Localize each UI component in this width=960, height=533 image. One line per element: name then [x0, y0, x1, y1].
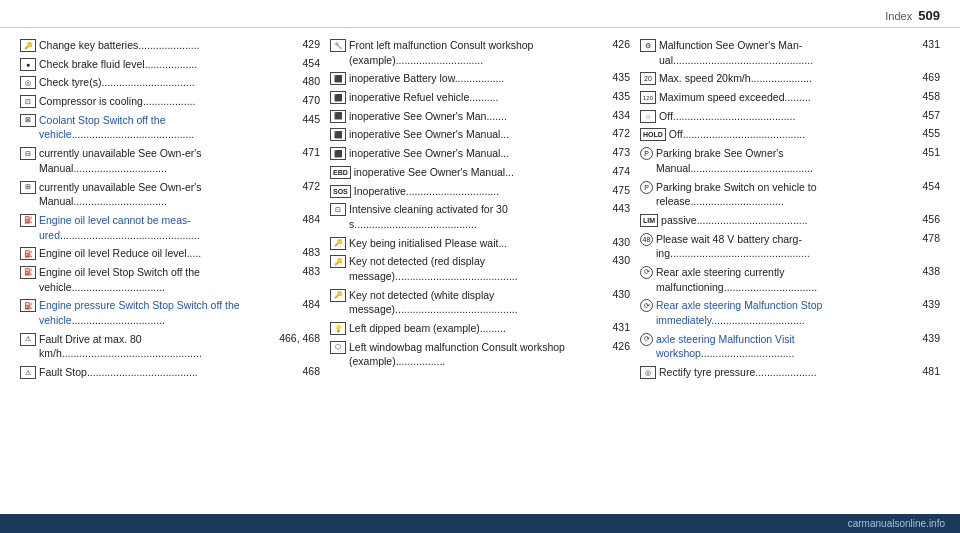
entry-text: Key not detected (red display message)..… — [349, 254, 597, 283]
page-ref: 451 — [910, 146, 940, 158]
list-item: ⟳ axle steering Malfunction Visit worksh… — [640, 332, 940, 361]
entry-text: inoperative Refuel vehicle.......... — [349, 90, 597, 105]
entry-text: Rectify tyre pressure...................… — [659, 365, 907, 380]
left-dipped-icon: 💡 — [330, 322, 346, 335]
entry-text: Engine pressure Switch Stop Switch off t… — [39, 298, 287, 327]
entry-text: inoperative See Owner's Manual... — [349, 146, 597, 161]
entry-text: currently unavailable See Own-er's Manua… — [39, 146, 287, 175]
list-item: ⚠ Fault Drive at max. 80 km/h...........… — [20, 332, 320, 361]
ebd-icon: EBD — [330, 166, 351, 179]
inop-owner3-icon: ⬛ — [330, 147, 346, 160]
entry-text: inoperative Battery low................. — [349, 71, 597, 86]
entry-text: Engine oil level Stop Switch off the veh… — [39, 265, 287, 294]
column-1: 🔑 Change key batteries..................… — [20, 38, 320, 382]
entry-text: Parking brake See Owner's Manual........… — [656, 146, 907, 175]
list-item: ⛽ Engine oil level Stop Switch off the v… — [20, 265, 320, 294]
page-ref: 430 — [600, 236, 630, 248]
index-content: 🔑 Change key batteries..................… — [0, 28, 960, 392]
page-ref: 445 — [290, 113, 320, 125]
list-item: P Parking brake Switch on vehicle to rel… — [640, 180, 940, 209]
oil-reduce-icon: ⛽ — [20, 247, 36, 260]
page-ref: 474 — [600, 165, 630, 177]
list-item: ⊡ Intensive cleaning activated for 30 s.… — [330, 202, 630, 231]
entry-text: Left windowbag malfunction Consult works… — [349, 340, 597, 369]
list-item: ⬛ inoperative See Owner's Manual... 473 — [330, 146, 630, 161]
entry-text: Parking brake Switch on vehicle to relea… — [656, 180, 907, 209]
list-item: ⚠ Fault Stop............................… — [20, 365, 320, 380]
entry-text: Engine oil level Reduce oil level..... — [39, 246, 287, 261]
entry-text: passive.................................… — [661, 213, 907, 228]
entry-text: Key being initialised Please wait... — [349, 236, 597, 251]
column-3: ⚙ Malfunction See Owner's Man-ual.......… — [640, 38, 940, 382]
page-ref: 455 — [910, 127, 940, 139]
page-wrapper: Index 509 🔑 Change key batteries........… — [0, 0, 960, 392]
entry-text: Compressor is cooling.................. — [39, 94, 287, 109]
tyre-icon: ◎ — [20, 76, 36, 89]
list-item: 🔑 Key not detected (red display message)… — [330, 254, 630, 283]
list-item: 120 Maximum speed exceeded......... 458 — [640, 90, 940, 105]
fault-stop-icon: ⚠ — [20, 366, 36, 379]
rear-malfunction-workshop-icon: ⟳ — [640, 333, 653, 346]
page-ref: 456 — [910, 213, 940, 225]
list-item: ◎ Check tyre(s).........................… — [20, 75, 320, 90]
page-ref: 466, 468 — [279, 332, 320, 344]
sos-icon: SOS — [330, 185, 351, 198]
list-item: ⬛ inoperative Battery low...............… — [330, 71, 630, 86]
page-ref: 435 — [600, 90, 630, 102]
page-ref: 439 — [910, 332, 940, 344]
entry-text: Front left malfunction Consult workshop … — [349, 38, 597, 67]
malfunction-owner-icon: ⚙ — [640, 39, 656, 52]
list-item: 🔑 Change key batteries..................… — [20, 38, 320, 53]
entry-text: Inoperative.............................… — [354, 184, 597, 199]
list-item: ⊞ currently unavailable See Own-er's Man… — [20, 180, 320, 209]
list-item: ⊠ Coolant Stop Switch off the vehicle...… — [20, 113, 320, 142]
parking-switch-icon: P — [640, 181, 653, 194]
list-item: ⬡ Left windowbag malfunction Consult wor… — [330, 340, 630, 369]
page-ref: 434 — [600, 109, 630, 121]
entry-text: Check brake fluid level.................… — [39, 57, 287, 72]
off1-icon: ○ — [640, 110, 656, 123]
key-red-icon: 🔑 — [330, 255, 346, 268]
inop-battery-icon: ⬛ — [330, 72, 346, 85]
key-white-icon: 🔑 — [330, 289, 346, 302]
list-item: ⬛ inoperative See Owner's Manual... 472 — [330, 127, 630, 142]
key-icon: 🔑 — [20, 39, 36, 52]
page-ref: 472 — [290, 180, 320, 192]
list-item: ⬛ inoperative See Owner's Man....... 434 — [330, 109, 630, 124]
page-header: Index 509 — [0, 0, 960, 28]
list-item: 🔧 Front left malfunction Consult worksho… — [330, 38, 630, 67]
key-init-icon: 🔑 — [330, 237, 346, 250]
entry-text: currently unavailable See Own-er's Manua… — [39, 180, 287, 209]
list-item: ⟳ Rear axle steering Malfunction Stop im… — [640, 298, 940, 327]
entry-text: Fault Stop..............................… — [39, 365, 287, 380]
page-ref: 426 — [600, 340, 630, 352]
header-index-label: Index — [885, 10, 918, 22]
entry-text: inoperative See Owner's Man....... — [349, 109, 597, 124]
coolant-icon: ⊠ — [20, 114, 36, 127]
page-ref: 458 — [910, 90, 940, 102]
list-item: ⊟ currently unavailable See Own-er's Man… — [20, 146, 320, 175]
page-ref: 470 — [290, 94, 320, 106]
intensive-cleaning-icon: ⊡ — [330, 203, 346, 216]
hold-icon: HOLD — [640, 128, 666, 141]
page-ref: 481 — [910, 365, 940, 377]
inop-owner1-icon: ⬛ — [330, 110, 346, 123]
list-item: 🔑 Key not detected (white display messag… — [330, 288, 630, 317]
entry-text: inoperative See Owner's Manual... — [354, 165, 597, 180]
brake-icon: ● — [20, 58, 36, 71]
page-ref: 454 — [290, 57, 320, 69]
page-ref: 483 — [290, 246, 320, 258]
page-ref: 439 — [910, 298, 940, 310]
page-ref: 426 — [600, 38, 630, 50]
list-item: EBD inoperative See Owner's Manual... 47… — [330, 165, 630, 180]
page-ref: 475 — [600, 184, 630, 196]
page-ref: 454 — [910, 180, 940, 192]
windowbag-icon: ⬡ — [330, 341, 346, 354]
page-ref: 469 — [910, 71, 940, 83]
list-item: ⊡ Compressor is cooling.................… — [20, 94, 320, 109]
unavail2-icon: ⊞ — [20, 181, 36, 194]
page-ref: 484 — [290, 298, 320, 310]
entry-text: Intensive cleaning activated for 30 s...… — [349, 202, 597, 231]
page-ref: 457 — [910, 109, 940, 121]
entry-text: Engine oil level cannot be meas-ured....… — [39, 213, 287, 242]
